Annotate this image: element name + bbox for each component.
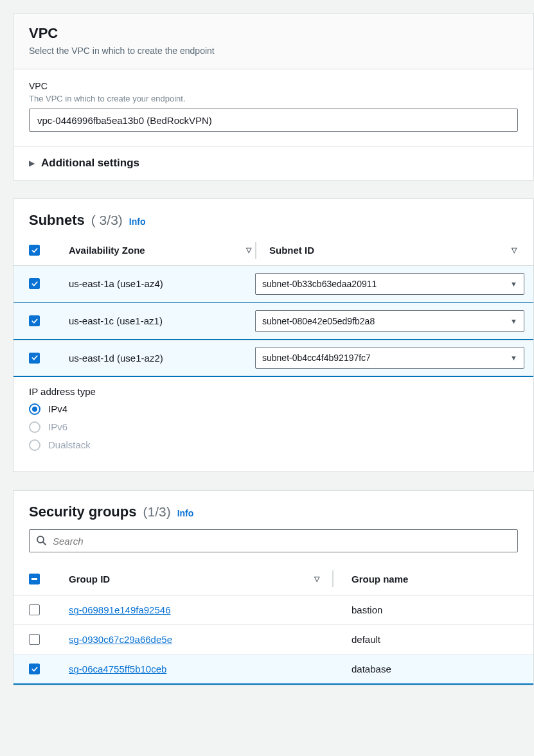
subnet-id-value: subnet-0b33cb63edaa20911 (262, 279, 377, 289)
subnets-info-link[interactable]: Info (129, 216, 146, 227)
subnet-id-value: subnet-0b4cc4f4b92197fc7 (262, 353, 371, 363)
sort-icon[interactable]: ▽ (512, 246, 521, 254)
check-icon (31, 354, 39, 362)
column-divider (255, 242, 256, 259)
vpc-title: VPC (29, 25, 518, 42)
chevron-down-icon: ▼ (510, 354, 517, 362)
sg-row: sg-0930c67c29a66de5e default (13, 625, 533, 655)
sg-title: Security groups (29, 504, 136, 520)
vpc-field-label: VPC (29, 81, 518, 91)
subnets-panel-header: Subnets ( 3/3) Info (13, 199, 533, 235)
subnet-id-select[interactable]: subnet-080e42e05ed9fb2a8 ▼ (255, 310, 524, 332)
check-icon (31, 317, 39, 325)
chevron-down-icon: ▼ (510, 317, 517, 325)
vpc-desc: Select the VPC in which to create the en… (29, 46, 518, 56)
vpc-panel-header: VPC Select the VPC in which to create th… (13, 13, 533, 69)
sg-select-all-checkbox[interactable] (29, 574, 40, 585)
svg-line-1 (43, 542, 46, 545)
additional-settings-label: Additional settings (41, 157, 139, 170)
ip-type-ipv6-radio (29, 421, 40, 433)
sg-row: sg-069891e149fa92546 bastion (13, 595, 533, 625)
header-subnet-label: Subnet ID (269, 245, 314, 256)
sg-panel-header: Security groups (1/3) Info (13, 491, 533, 529)
subnet-az: us-east-1c (use1-az1) (69, 315, 255, 326)
subnet-checkbox[interactable] (29, 353, 40, 364)
sg-table-header: Group ID ▽ Group name (13, 561, 533, 595)
subnet-id-value: subnet-080e42e05ed9fb2a8 (262, 316, 375, 326)
chevron-down-icon: ▼ (510, 280, 517, 288)
sg-id-link[interactable]: sg-06ca4755ff5b10ceb (69, 664, 166, 674)
sg-name: database (352, 664, 533, 674)
sg-search-input[interactable] (29, 529, 518, 552)
subnet-row: us-east-1c (use1-az1) subnet-080e42e05ed… (13, 303, 533, 340)
subnets-title: Subnets (29, 212, 85, 229)
sg-name: bastion (352, 604, 533, 615)
subnet-id-select[interactable]: subnet-0b4cc4f4b92197fc7 ▼ (255, 347, 524, 369)
check-icon (31, 280, 39, 288)
sort-icon[interactable]: ▽ (314, 575, 323, 583)
ip-address-type-label: IP address type (29, 386, 518, 397)
ip-type-ipv4-label: IPv4 (48, 403, 67, 414)
sg-row: sg-06ca4755ff5b10ceb database (13, 655, 533, 685)
subnets-select-all-checkbox[interactable] (29, 245, 40, 256)
check-icon (31, 665, 39, 673)
sg-info-link[interactable]: Info (177, 508, 194, 518)
subnet-checkbox[interactable] (29, 315, 40, 326)
vpc-select[interactable]: vpc-0446996fba5ea13b0 (BedRockVPN) (29, 109, 518, 132)
sg-row-checkbox[interactable] (29, 634, 40, 645)
sg-row-checkbox[interactable] (29, 664, 40, 674)
sg-count: (1/3) (143, 504, 170, 520)
ip-type-ipv6-label: IPv6 (48, 421, 67, 432)
ip-address-type-group: IP address type IPv4 IPv6 Dualstack (13, 377, 533, 471)
security-groups-panel: Security groups (1/3) Info Group ID ▽ Gr… (13, 490, 534, 685)
subnet-checkbox[interactable] (29, 278, 40, 289)
subnets-panel: Subnets ( 3/3) Info Availability Zone ▽ … (13, 198, 534, 471)
additional-settings-toggle[interactable]: ▶ Additional settings (13, 146, 533, 180)
search-icon (36, 535, 46, 547)
vpc-select-value: vpc-0446996fba5ea13b0 (BedRockVPN) (37, 115, 212, 126)
check-icon (31, 247, 39, 254)
column-divider (332, 570, 334, 587)
sg-id-link[interactable]: sg-069891e149fa92546 (69, 604, 170, 615)
sg-search-field[interactable] (53, 536, 511, 547)
sort-icon[interactable]: ▽ (246, 246, 255, 254)
subnets-count: ( 3/3) (91, 213, 123, 228)
subnet-row: us-east-1d (use1-az2) subnet-0b4cc4f4b92… (13, 340, 533, 377)
ip-type-ipv4-radio[interactable] (29, 403, 40, 415)
subnet-id-select[interactable]: subnet-0b33cb63edaa20911 ▼ (255, 273, 524, 295)
vpc-field-help: The VPC in which to create your endpoint… (29, 94, 518, 103)
sg-header-id: Group ID (69, 574, 110, 585)
ip-type-dualstack-radio (29, 439, 40, 451)
subnets-table-header: Availability Zone ▽ Subnet ID ▽ (13, 236, 533, 265)
sg-row-checkbox[interactable] (29, 604, 40, 615)
vpc-panel: VPC Select the VPC in which to create th… (13, 13, 534, 180)
subnet-az: us-east-1a (use1-az4) (69, 278, 255, 289)
subnet-row: us-east-1a (use1-az4) subnet-0b33cb63eda… (13, 265, 533, 303)
sg-name: default (352, 634, 533, 645)
vpc-panel-body: VPC The VPC in which to create your endp… (13, 69, 533, 146)
header-az-label: Availability Zone (69, 245, 145, 256)
ip-type-dualstack-label: Dualstack (48, 439, 91, 450)
subnet-az: us-east-1d (use1-az2) (69, 353, 255, 364)
sg-id-link[interactable]: sg-0930c67c29a66de5e (69, 634, 172, 645)
caret-right-icon: ▶ (29, 159, 35, 168)
sg-header-name: Group name (352, 574, 533, 585)
